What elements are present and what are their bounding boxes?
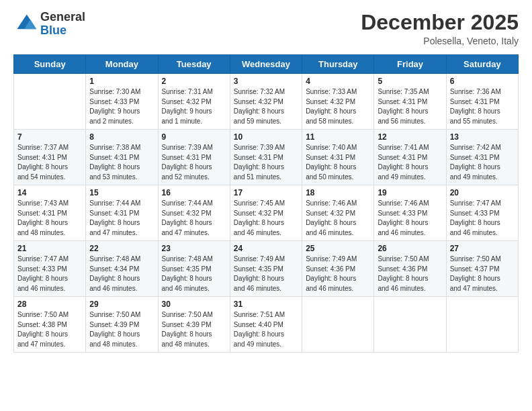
day-number: 30 (162, 300, 226, 309)
calendar-cell: 10Sunrise: 7:39 AM Sunset: 4:31 PM Dayli… (230, 130, 302, 185)
calendar-week-row: 28Sunrise: 7:50 AM Sunset: 4:38 PM Dayli… (14, 297, 519, 353)
day-number: 26 (378, 244, 442, 253)
day-info: Sunrise: 7:51 AM Sunset: 4:40 PM Dayligh… (234, 310, 298, 349)
day-number: 14 (17, 188, 82, 197)
day-number: 28 (17, 300, 82, 309)
day-info: Sunrise: 7:33 AM Sunset: 4:32 PM Dayligh… (306, 87, 370, 126)
calendar-cell: 13Sunrise: 7:42 AM Sunset: 4:31 PM Dayli… (446, 130, 518, 185)
day-info: Sunrise: 7:48 AM Sunset: 4:35 PM Dayligh… (162, 255, 226, 293)
calendar-cell: 31Sunrise: 7:51 AM Sunset: 4:40 PM Dayli… (230, 297, 302, 353)
day-info: Sunrise: 7:46 AM Sunset: 4:33 PM Dayligh… (378, 199, 442, 238)
day-info: Sunrise: 7:49 AM Sunset: 4:35 PM Dayligh… (234, 255, 298, 293)
day-number: 23 (162, 244, 226, 253)
calendar-cell: 7Sunrise: 7:37 AM Sunset: 4:31 PM Daylig… (14, 130, 86, 185)
day-info: Sunrise: 7:49 AM Sunset: 4:36 PM Dayligh… (306, 255, 370, 293)
day-number: 6 (450, 77, 515, 86)
calendar-cell: 29Sunrise: 7:50 AM Sunset: 4:39 PM Dayli… (86, 297, 158, 353)
day-number: 24 (234, 244, 298, 253)
calendar-header-row: SundayMondayTuesdayWednesdayThursdayFrid… (14, 55, 519, 74)
calendar-cell: 1Sunrise: 7:30 AM Sunset: 4:33 PM Daylig… (86, 74, 158, 130)
day-number: 12 (378, 132, 442, 142)
day-info: Sunrise: 7:50 AM Sunset: 4:36 PM Dayligh… (378, 255, 442, 293)
logo-icon (13, 12, 38, 36)
calendar-cell: 4Sunrise: 7:33 AM Sunset: 4:32 PM Daylig… (302, 74, 374, 130)
weekday-header: Monday (86, 55, 158, 74)
calendar-cell: 11Sunrise: 7:40 AM Sunset: 4:31 PM Dayli… (302, 130, 374, 185)
calendar-cell: 30Sunrise: 7:50 AM Sunset: 4:39 PM Dayli… (158, 297, 230, 353)
calendar-cell: 9Sunrise: 7:39 AM Sunset: 4:31 PM Daylig… (158, 130, 230, 185)
weekday-header: Friday (374, 55, 446, 74)
day-info: Sunrise: 7:40 AM Sunset: 4:31 PM Dayligh… (306, 143, 370, 182)
day-number: 18 (306, 188, 370, 197)
day-info: Sunrise: 7:45 AM Sunset: 4:32 PM Dayligh… (234, 199, 298, 238)
calendar-cell: 22Sunrise: 7:48 AM Sunset: 4:34 PM Dayli… (86, 241, 158, 297)
day-info: Sunrise: 7:42 AM Sunset: 4:31 PM Dayligh… (450, 143, 515, 182)
day-number: 10 (234, 132, 298, 142)
day-number: 8 (89, 132, 154, 142)
weekday-header: Saturday (446, 55, 518, 74)
calendar-cell (302, 297, 374, 353)
day-info: Sunrise: 7:35 AM Sunset: 4:31 PM Dayligh… (378, 87, 442, 126)
page: General Blue December 2025 Polesella, Ve… (0, 0, 532, 411)
calendar-cell: 3Sunrise: 7:32 AM Sunset: 4:32 PM Daylig… (230, 74, 302, 130)
day-info: Sunrise: 7:44 AM Sunset: 4:32 PM Dayligh… (162, 199, 226, 238)
calendar-cell (446, 297, 518, 353)
day-number: 21 (17, 244, 82, 253)
day-info: Sunrise: 7:39 AM Sunset: 4:31 PM Dayligh… (234, 143, 298, 182)
day-info: Sunrise: 7:50 AM Sunset: 4:37 PM Dayligh… (450, 255, 515, 293)
calendar-cell: 15Sunrise: 7:44 AM Sunset: 4:31 PM Dayli… (86, 185, 158, 241)
day-number: 15 (89, 188, 154, 197)
logo-line2: Blue (40, 24, 85, 38)
day-info: Sunrise: 7:44 AM Sunset: 4:31 PM Dayligh… (89, 199, 154, 238)
calendar-cell: 27Sunrise: 7:50 AM Sunset: 4:37 PM Dayli… (446, 241, 518, 297)
calendar-cell: 18Sunrise: 7:46 AM Sunset: 4:32 PM Dayli… (302, 185, 374, 241)
calendar-cell: 19Sunrise: 7:46 AM Sunset: 4:33 PM Dayli… (374, 185, 446, 241)
weekday-header: Thursday (302, 55, 374, 74)
calendar-cell: 8Sunrise: 7:38 AM Sunset: 4:31 PM Daylig… (86, 130, 158, 185)
day-info: Sunrise: 7:50 AM Sunset: 4:39 PM Dayligh… (162, 310, 226, 349)
day-number: 20 (450, 188, 515, 197)
day-info: Sunrise: 7:47 AM Sunset: 4:33 PM Dayligh… (450, 199, 515, 238)
day-info: Sunrise: 7:39 AM Sunset: 4:31 PM Dayligh… (162, 143, 226, 182)
calendar-cell: 2Sunrise: 7:31 AM Sunset: 4:32 PM Daylig… (158, 74, 230, 130)
calendar-week-row: 1Sunrise: 7:30 AM Sunset: 4:33 PM Daylig… (14, 74, 519, 130)
day-number: 9 (162, 132, 226, 142)
day-info: Sunrise: 7:46 AM Sunset: 4:32 PM Dayligh… (306, 199, 370, 238)
calendar-week-row: 21Sunrise: 7:47 AM Sunset: 4:33 PM Dayli… (14, 241, 519, 297)
month-title: December 2025 (361, 11, 519, 34)
day-info: Sunrise: 7:31 AM Sunset: 4:32 PM Dayligh… (162, 87, 226, 126)
weekday-header: Sunday (14, 55, 86, 74)
calendar-cell: 17Sunrise: 7:45 AM Sunset: 4:32 PM Dayli… (230, 185, 302, 241)
calendar-cell: 24Sunrise: 7:49 AM Sunset: 4:35 PM Dayli… (230, 241, 302, 297)
calendar-cell: 23Sunrise: 7:48 AM Sunset: 4:35 PM Dayli… (158, 241, 230, 297)
calendar-cell: 28Sunrise: 7:50 AM Sunset: 4:38 PM Dayli… (14, 297, 86, 353)
day-number: 25 (306, 244, 370, 253)
day-number: 13 (450, 132, 515, 142)
calendar-cell: 14Sunrise: 7:43 AM Sunset: 4:31 PM Dayli… (14, 185, 86, 241)
day-info: Sunrise: 7:38 AM Sunset: 4:31 PM Dayligh… (89, 143, 154, 182)
calendar-cell: 5Sunrise: 7:35 AM Sunset: 4:31 PM Daylig… (374, 74, 446, 130)
calendar-cell: 26Sunrise: 7:50 AM Sunset: 4:36 PM Dayli… (374, 241, 446, 297)
day-info: Sunrise: 7:47 AM Sunset: 4:33 PM Dayligh… (17, 255, 82, 293)
day-number: 19 (378, 188, 442, 197)
day-number: 29 (89, 300, 154, 309)
calendar-week-row: 7Sunrise: 7:37 AM Sunset: 4:31 PM Daylig… (14, 130, 519, 185)
location: Polesella, Veneto, Italy (361, 36, 519, 46)
header: General Blue December 2025 Polesella, Ve… (13, 11, 519, 46)
day-number: 7 (17, 132, 82, 142)
day-info: Sunrise: 7:30 AM Sunset: 4:33 PM Dayligh… (89, 87, 154, 126)
day-info: Sunrise: 7:50 AM Sunset: 4:39 PM Dayligh… (89, 310, 154, 349)
day-info: Sunrise: 7:48 AM Sunset: 4:34 PM Dayligh… (89, 255, 154, 293)
logo: General Blue (13, 11, 85, 38)
calendar-cell: 25Sunrise: 7:49 AM Sunset: 4:36 PM Dayli… (302, 241, 374, 297)
title-block: December 2025 Polesella, Veneto, Italy (361, 11, 519, 46)
day-number: 27 (450, 244, 515, 253)
day-info: Sunrise: 7:50 AM Sunset: 4:38 PM Dayligh… (17, 310, 82, 349)
day-number: 22 (89, 244, 154, 253)
day-number: 5 (378, 77, 442, 86)
calendar-cell: 21Sunrise: 7:47 AM Sunset: 4:33 PM Dayli… (14, 241, 86, 297)
day-number: 31 (234, 300, 298, 309)
day-info: Sunrise: 7:41 AM Sunset: 4:31 PM Dayligh… (378, 143, 442, 182)
calendar-table: SundayMondayTuesdayWednesdayThursdayFrid… (13, 54, 519, 353)
day-number: 17 (234, 188, 298, 197)
